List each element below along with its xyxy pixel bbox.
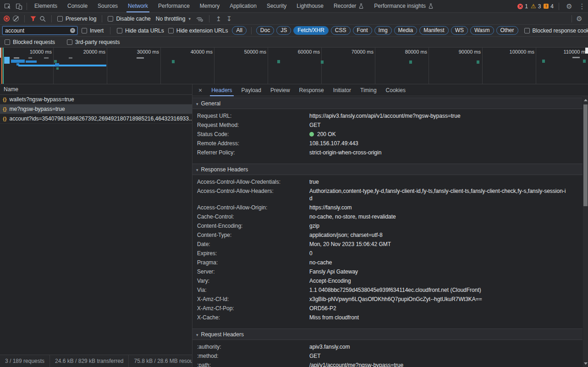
header-name: Request URL: <box>192 112 309 120</box>
detail-tab-payload[interactable]: Payload <box>237 84 266 96</box>
detail-tab-preview[interactable]: Preview <box>266 84 295 96</box>
header-name: X-Amz-Cf-Pop: <box>192 305 309 312</box>
header-row: :path:/api/v1/account/me?ngsw-bypass=tru… <box>192 361 583 367</box>
header-name: :authority: <box>192 343 309 351</box>
status-ok-dot-icon <box>309 132 314 137</box>
blocked-requests-checkbox[interactable]: Blocked requests <box>5 39 55 45</box>
tab-lighthouse[interactable]: Lighthouse <box>291 0 329 12</box>
header-name: :path: <box>192 362 309 367</box>
device-toolbar-icon[interactable] <box>13 1 24 11</box>
timeline-tick: 50000 ms <box>214 48 268 84</box>
blocked-response-cookies-checkbox[interactable]: Blocked response cookies <box>524 27 588 34</box>
chip-js[interactable]: JS <box>276 26 291 35</box>
tab-memory[interactable]: Memory <box>195 0 225 12</box>
chip-img[interactable]: Img <box>374 26 392 35</box>
chip-css[interactable]: CSS <box>331 26 351 35</box>
scrollbar-thumb[interactable] <box>583 104 588 206</box>
clear-filter-icon[interactable]: × <box>70 28 75 33</box>
header-value-text: Authorization,content-type,fy-d,fansly-c… <box>309 188 566 202</box>
third-party-requests-checkbox[interactable]: 3rd-party requests <box>67 39 120 45</box>
chip-wasm[interactable]: Wasm <box>470 26 494 35</box>
waterfall-mark <box>542 60 545 63</box>
invert-checkbox[interactable]: Invert <box>82 27 104 34</box>
chip-ws[interactable]: WS <box>451 26 468 35</box>
section-header[interactable]: ▾General <box>192 98 583 109</box>
waterfall-mark <box>56 67 59 70</box>
detail-tab-initiator[interactable]: Initiator <box>329 84 356 96</box>
section-title: General <box>201 100 221 107</box>
settings-gear-icon[interactable]: ⚙ <box>564 2 574 11</box>
chip-doc[interactable]: Doc <box>256 26 274 35</box>
network-settings-gear-icon[interactable]: ⚙ <box>574 15 584 23</box>
chip-manifest[interactable]: Manifest <box>419 26 448 35</box>
detail-tab-response[interactable]: Response <box>295 84 329 96</box>
checkbox <box>67 39 72 45</box>
tab-console[interactable]: Console <box>62 0 93 12</box>
warnings-badge[interactable]: ⚠ 3 <box>531 3 541 10</box>
status-badges: ✕ 1 ⚠ 3 ! 4 ⚙ ⋮ <box>517 2 588 11</box>
request-row[interactable]: {}me?ngsw-bypass=true <box>0 104 192 114</box>
record-button[interactable] <box>4 16 10 22</box>
scroll-up-arrow-icon[interactable] <box>584 99 588 101</box>
header-name: Server: <box>192 268 309 275</box>
tab-performance[interactable]: Performance <box>153 0 195 12</box>
tab-security[interactable]: Security <box>262 0 291 12</box>
headers-section: ▾Response HeadersAccess-Control-Allow-Cr… <box>192 164 583 324</box>
section-header[interactable]: ▾Response Headers <box>192 164 583 175</box>
tab-network[interactable]: Network <box>123 0 153 12</box>
requests-panel: Name {}wallets?ngsw-bypass=true{}me?ngsw… <box>0 84 192 367</box>
header-name: X-Cache: <box>192 314 309 321</box>
divider <box>102 15 102 22</box>
detail-tabbar: × HeadersPayloadPreviewResponseInitiator… <box>192 84 588 96</box>
tab-elements[interactable]: Elements <box>29 0 62 12</box>
export-har-icon[interactable]: ↧ <box>225 15 233 22</box>
header-value: https://apiv3.fansly.com/api/v1/account/… <box>309 112 583 120</box>
errors-badge[interactable]: ✕ 1 <box>517 3 528 10</box>
chip-media[interactable]: Media <box>394 26 418 35</box>
header-value: /api/v1/account/me?ngsw-bypass=true <box>309 362 583 367</box>
name-column-header[interactable]: Name <box>0 84 192 95</box>
header-row: :method:GET <box>192 351 583 361</box>
detail-tab-cookies[interactable]: Cookies <box>381 84 410 96</box>
throttling-dropdown[interactable]: No throttling ▾ <box>156 16 191 22</box>
preserve-log-checkbox[interactable]: Preserve log <box>57 16 96 22</box>
extra-filter-bar: Blocked requests 3rd-party requests <box>0 36 588 47</box>
filter-input[interactable] <box>5 27 70 34</box>
issues-badge[interactable]: ! 4 <box>544 3 554 10</box>
import-har-icon[interactable]: ↥ <box>215 15 222 22</box>
header-name: Referrer Policy: <box>192 149 309 156</box>
section-title: Request Headers <box>201 331 244 338</box>
chip-other[interactable]: Other <box>496 26 518 35</box>
disable-cache-checkbox[interactable]: Disable cache <box>108 16 150 22</box>
chip-fetch-xhr[interactable]: Fetch/XHR <box>293 26 329 35</box>
network-conditions-icon[interactable] <box>196 16 203 22</box>
search-icon[interactable] <box>39 16 46 22</box>
detail-tab-headers[interactable]: Headers <box>207 84 236 96</box>
chip-all[interactable]: All <box>232 26 246 35</box>
tab-label: Application <box>230 0 257 12</box>
detail-tab-timing[interactable]: Timing <box>356 84 381 96</box>
tab-sources[interactable]: Sources <box>93 0 123 12</box>
header-name: Access-Control-Allow-Credentials: <box>192 178 309 186</box>
kebab-menu-icon[interactable]: ⋮ <box>577 2 587 11</box>
detail-scrollbar[interactable] <box>583 97 588 367</box>
section-header[interactable]: ▾Request Headers <box>192 329 583 340</box>
tab-application[interactable]: Application <box>225 0 262 12</box>
tab-recorder[interactable]: Recorder <box>329 0 369 12</box>
inspect-element-icon[interactable] <box>2 1 13 11</box>
request-row[interactable]: {}account?ids=354079618686267392,2694921… <box>0 114 192 124</box>
header-name: Access-Control-Allow-Origin: <box>192 204 309 211</box>
hide-data-urls-checkbox[interactable]: Hide data URLs <box>117 27 164 34</box>
waterfall-mark <box>18 65 106 66</box>
header-value-text: 108.156.107.49:443 <box>309 140 358 147</box>
scroll-down-arrow-icon[interactable] <box>584 362 588 365</box>
clear-network-log-button[interactable] <box>13 16 19 22</box>
tab-performance-insights[interactable]: Performance insights <box>369 0 439 12</box>
hide-extension-urls-checkbox[interactable]: Hide extension URLs <box>168 27 228 34</box>
close-icon[interactable]: × <box>192 87 207 94</box>
header-name: Pragma: <box>192 259 309 266</box>
request-row[interactable]: {}wallets?ngsw-bypass=true <box>0 95 192 104</box>
filter-funnel-icon[interactable] <box>30 16 36 22</box>
chip-font[interactable]: Font <box>353 26 372 35</box>
network-overview-timeline[interactable]: 10000 ms20000 ms30000 ms40000 ms50000 ms… <box>0 47 588 84</box>
